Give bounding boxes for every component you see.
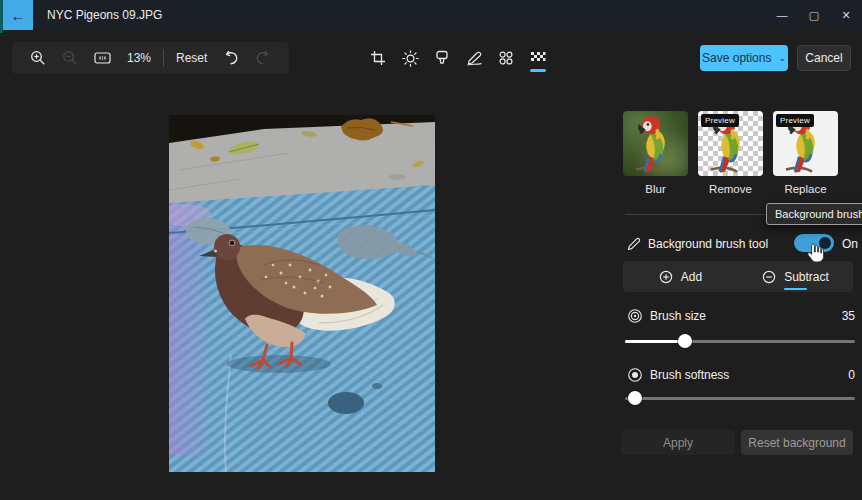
- adjust-tool-button[interactable]: [398, 42, 422, 74]
- parrot-image: [623, 111, 688, 176]
- brush-size-value: 35: [818, 309, 855, 323]
- retouch-tool-button[interactable]: [494, 42, 518, 74]
- edit-tools-toolbar: [366, 42, 550, 74]
- markup-tool-button[interactable]: [462, 42, 486, 74]
- crop-icon: [370, 50, 386, 66]
- zoom-in-icon: [30, 50, 46, 66]
- background-tool-button[interactable]: [526, 42, 550, 74]
- slider-fill: [625, 340, 685, 343]
- filter-icon: [435, 50, 449, 66]
- reset-zoom-button[interactable]: Reset: [168, 42, 215, 74]
- apply-button[interactable]: Apply: [621, 430, 735, 455]
- preview-replace-label: Replace: [773, 183, 838, 195]
- cancel-label: Cancel: [805, 51, 842, 65]
- brush-softness-icon: [627, 367, 643, 383]
- preview-remove[interactable]: Preview: [698, 111, 763, 176]
- redo-icon: [255, 51, 271, 66]
- brush-size-icon: [627, 308, 643, 324]
- photos-app-window: ← NYC Pigeons 09.JPG — ▢ ✕: [0, 0, 862, 500]
- slider-track: [625, 397, 855, 400]
- brush-mode-segmented-control: Add Subtract: [623, 261, 853, 292]
- subtract-mode-label: Subtract: [784, 270, 829, 284]
- save-options-button[interactable]: Save options ⌄: [700, 45, 788, 71]
- sun-adjust-icon: [402, 50, 419, 67]
- window-controls: — ▢ ✕: [766, 0, 862, 30]
- close-icon: ✕: [841, 9, 850, 22]
- brush-softness-slider[interactable]: [625, 391, 855, 405]
- slider-thumb[interactable]: [678, 334, 692, 348]
- titlebar: ← NYC Pigeons 09.JPG — ▢ ✕: [0, 0, 862, 30]
- brush-softness-value: 0: [818, 368, 855, 382]
- tooltip: Background brush tool: [766, 203, 862, 225]
- filter-tool-button[interactable]: [430, 42, 454, 74]
- add-mode-label: Add: [681, 270, 702, 284]
- chevron-down-icon: ⌄: [778, 53, 786, 63]
- save-options-label: Save options: [702, 51, 771, 65]
- fit-to-window-icon: [94, 51, 111, 65]
- toggle-state-label: On: [842, 237, 858, 251]
- subtract-circle-icon: [762, 270, 776, 284]
- preview-badge: Preview: [776, 114, 814, 127]
- reset-background-button[interactable]: Reset background: [741, 430, 853, 455]
- selected-mode-underline: [784, 288, 807, 291]
- minimize-button[interactable]: —: [766, 0, 798, 30]
- crop-tool-button[interactable]: [366, 42, 390, 74]
- brush-softness-label: Brush softness: [650, 368, 729, 382]
- view-toolbar: 13% Reset: [12, 42, 289, 74]
- zoom-out-icon: [62, 50, 78, 66]
- active-tool-underline: [530, 69, 546, 72]
- toolbar-divider: [163, 49, 164, 67]
- back-arrow-icon: ←: [11, 7, 26, 24]
- preview-replace[interactable]: Preview: [773, 111, 838, 176]
- preview-blur-label: Blur: [623, 183, 688, 195]
- minimize-icon: —: [777, 9, 788, 21]
- back-button[interactable]: ←: [3, 0, 33, 30]
- fit-to-window-button[interactable]: [86, 42, 119, 74]
- add-mode-button[interactable]: Add: [623, 261, 738, 292]
- pencil-icon: [627, 237, 641, 251]
- brush-size-slider[interactable]: [625, 334, 855, 348]
- markup-pen-icon: [466, 50, 483, 66]
- maximize-icon: ▢: [809, 9, 819, 22]
- undo-button[interactable]: [215, 42, 247, 74]
- background-icon: [530, 51, 546, 65]
- zoom-out-button[interactable]: [54, 42, 86, 74]
- brush-size-label: Brush size: [650, 309, 706, 323]
- retouch-icon: [498, 50, 514, 66]
- preview-blur[interactable]: [623, 111, 688, 176]
- close-button[interactable]: ✕: [830, 0, 862, 30]
- preview-remove-label: Remove: [698, 183, 763, 195]
- photo-canvas[interactable]: [169, 115, 435, 472]
- maximize-button[interactable]: ▢: [798, 0, 830, 30]
- undo-icon: [223, 51, 239, 66]
- brush-tool-label: Background brush tool: [648, 237, 768, 251]
- redo-button[interactable]: [247, 42, 279, 74]
- window-title: NYC Pigeons 09.JPG: [47, 0, 162, 30]
- add-circle-icon: [659, 270, 673, 284]
- zoom-level: 13%: [119, 42, 159, 74]
- cancel-button[interactable]: Cancel: [797, 45, 851, 71]
- slider-thumb[interactable]: [628, 391, 642, 405]
- hand-cursor: [806, 243, 824, 263]
- zoom-in-button[interactable]: [22, 42, 54, 74]
- preview-badge: Preview: [701, 114, 739, 127]
